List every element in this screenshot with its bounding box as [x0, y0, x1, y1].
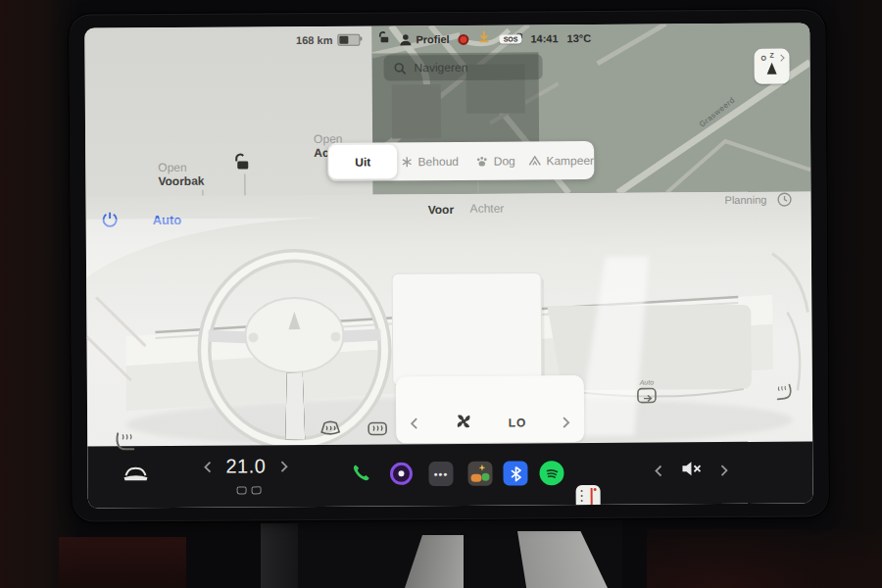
software-update-icon[interactable]: [478, 30, 491, 48]
keeper-keep-button[interactable]: Behoud: [397, 154, 463, 168]
schedule-clock-icon[interactable]: [776, 192, 792, 212]
volume-down-button[interactable]: [654, 464, 662, 477]
compass-west-letter: O: [761, 55, 767, 62]
outside-temperature: 13°C: [567, 32, 592, 44]
lock-status-icon[interactable]: [376, 30, 390, 48]
trunk-leader-line: [477, 180, 478, 194]
seat-indicator-icon: [237, 486, 247, 494]
air-distribution-button[interactable]: Auto: [636, 379, 658, 411]
console-pillar: [261, 523, 298, 588]
tab-front[interactable]: Voor: [428, 203, 455, 217]
fan-decrease-button[interactable]: [410, 416, 418, 430]
keeper-camp-label: Kampeer: [546, 153, 594, 167]
touchscreen: 168 km Open Voorbak Open Ac: [69, 9, 829, 521]
compass-widget[interactable]: O Z: [754, 49, 789, 84]
driver-temp-value[interactable]: 21.0: [225, 455, 266, 477]
air-distribution-icon: [636, 387, 658, 407]
mute-icon[interactable]: [680, 460, 702, 481]
keeper-dog-button[interactable]: Dog: [463, 154, 528, 168]
fan-control-panel: LO: [396, 375, 584, 443]
compass-needle-icon: [767, 63, 777, 74]
driver-temp-control: 21.0: [203, 455, 288, 478]
keeper-dog-label: Dog: [494, 154, 515, 168]
clock-time: 14:41: [530, 32, 558, 44]
camp-mode-icon: [528, 155, 541, 166]
keeper-off-button[interactable]: Uit: [328, 144, 397, 178]
volume-control: [654, 460, 728, 482]
planning-button[interactable]: Planning: [724, 194, 766, 206]
spotify-app-button[interactable]: [539, 461, 564, 485]
interior-shadow: [647, 529, 882, 588]
open-frunk-word: Open: [158, 161, 204, 174]
status-bar: Profiel SOS 14:41 13°C: [376, 29, 591, 49]
volume-up-button[interactable]: [719, 464, 728, 477]
defrost-rear-button[interactable]: [366, 417, 389, 443]
compass-tick: [777, 55, 784, 62]
keep-climate-icon: [402, 156, 414, 168]
dog-mode-icon: [476, 155, 489, 167]
compass-south-letter: Z: [769, 52, 773, 59]
battery-icon: [337, 34, 360, 46]
seat-heater-right-button[interactable]: [772, 382, 797, 408]
toybox-app-button[interactable]: [467, 462, 492, 486]
climate-keeper-popup: Uit Behoud Dog Kampeer: [327, 141, 594, 181]
seat-indicator-icon: [252, 486, 262, 494]
interior-left: [0, 0, 78, 588]
fan-icon: [454, 412, 473, 435]
lock-unlocked-icon[interactable]: [231, 152, 251, 175]
display: 168 km Open Voorbak Open Ac: [84, 23, 812, 508]
battery-range: 168 km: [296, 34, 360, 46]
temp-down-button[interactable]: [203, 460, 212, 473]
defrost-front-button[interactable]: [318, 418, 342, 444]
range-value: 168 km: [296, 34, 332, 46]
recording-indicator-icon[interactable]: [459, 33, 469, 44]
open-frunk-button[interactable]: Open Voorbak: [158, 161, 204, 188]
dashcam-record-button[interactable]: [389, 462, 413, 489]
profile-label: Profiel: [416, 33, 449, 45]
search-icon: [394, 62, 407, 74]
car-controls-button[interactable]: [122, 466, 148, 485]
lock-leader-line: [244, 173, 245, 195]
open-frunk-target: Voorbak: [158, 174, 204, 188]
seat-heater-left-button[interactable]: [113, 431, 138, 459]
temp-up-button[interactable]: [279, 460, 288, 473]
keeper-keep-label: Behoud: [418, 154, 459, 168]
tab-rear[interactable]: Achter: [470, 202, 505, 216]
nav-search-input[interactable]: Navigeren: [384, 54, 543, 80]
fan-level: LO: [509, 416, 527, 429]
distribution-auto-label: Auto: [636, 379, 658, 386]
temp-sub-indicators: [237, 486, 262, 494]
keeper-camp-button[interactable]: Kampeer: [528, 153, 594, 167]
climate-sheet: Auto Voor Achter Planning: [85, 191, 812, 446]
phone-app-button[interactable]: [350, 463, 371, 488]
radio-app-button[interactable]: [576, 485, 601, 509]
fan-increase-button[interactable]: [562, 416, 570, 429]
profile-menu[interactable]: Profiel: [399, 32, 449, 45]
interior-trim-red: [59, 537, 186, 588]
profile-icon: [399, 33, 412, 46]
dock: 21.0 •••: [87, 441, 812, 508]
sos-badge[interactable]: SOS: [500, 34, 522, 43]
app-launcher-button[interactable]: •••: [428, 462, 453, 486]
search-placeholder: Navigeren: [415, 61, 468, 74]
bluetooth-button[interactable]: [503, 461, 527, 485]
